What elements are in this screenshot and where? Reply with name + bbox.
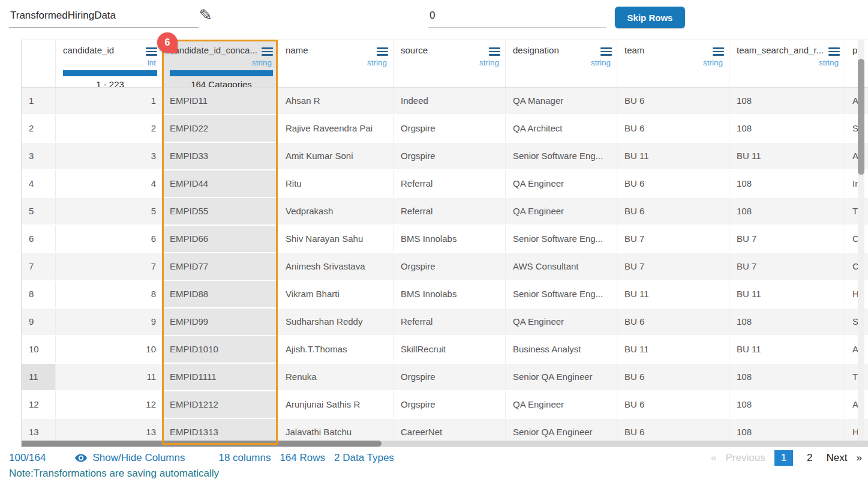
table-cell[interactable]: Orgspire — [394, 115, 506, 142]
table-cell[interactable]: EMPID1111 — [163, 364, 278, 390]
transformation-count-badge[interactable]: 6 — [157, 32, 178, 53]
table-cell[interactable]: Orgspire — [394, 143, 506, 169]
table-cell[interactable]: Indeed — [394, 88, 506, 114]
skip-rows-button[interactable]: Skip Rows — [615, 7, 685, 28]
table-cell[interactable]: A — [845, 336, 868, 363]
next-page-arrow[interactable]: » — [857, 452, 862, 464]
table-cell[interactable]: BU 6 — [617, 419, 729, 442]
table-cell[interactable]: 5 — [56, 198, 163, 224]
table-cell[interactable]: 1 — [56, 88, 163, 114]
column-menu-icon[interactable] — [489, 45, 500, 58]
table-cell[interactable]: AWS Consultant — [506, 253, 617, 280]
row-number[interactable]: 3 — [22, 143, 56, 169]
table-cell[interactable]: Senior Software Eng... — [506, 143, 617, 169]
table-cell[interactable]: Renuka — [278, 364, 394, 390]
skip-rows-input[interactable] — [428, 8, 606, 28]
table-cell[interactable]: EMPID44 — [163, 170, 278, 197]
table-cell[interactable]: QA Engineer — [506, 391, 617, 418]
table-cell[interactable]: BU 6 — [617, 170, 729, 197]
table-cell[interactable]: Shiv Narayan Sahu — [278, 226, 394, 252]
column-menu-icon[interactable] — [146, 45, 157, 58]
table-cell[interactable]: Orgspire — [394, 364, 506, 390]
table-cell[interactable]: EMPID1212 — [163, 391, 278, 418]
previous-page-button[interactable]: Previous — [725, 452, 765, 464]
table-cell[interactable]: 108 — [729, 419, 845, 442]
table-cell[interactable]: Rajive Raveendra Pai — [278, 115, 394, 142]
table-cell[interactable]: 8 — [56, 281, 163, 307]
table-cell[interactable]: 7 — [56, 253, 163, 280]
dataset-name-input[interactable] — [9, 8, 199, 28]
table-cell[interactable]: H — [845, 281, 868, 307]
table-cell[interactable]: 4 — [56, 170, 163, 197]
table-cell[interactable]: EMPID1010 — [163, 336, 278, 363]
table-cell[interactable]: Amit Kumar Soni — [278, 143, 394, 169]
table-cell[interactable]: Ajish.T.Thomas — [278, 336, 394, 363]
row-number[interactable]: 7 — [22, 253, 56, 280]
table-cell[interactable]: BU 6 — [617, 391, 729, 418]
next-page-button[interactable]: Next — [827, 452, 848, 464]
table-cell[interactable]: 10 — [56, 336, 163, 363]
table-cell[interactable]: Orgspire — [394, 391, 506, 418]
table-cell[interactable]: QA Architect — [506, 115, 617, 142]
table-cell[interactable]: BU 6 — [617, 115, 729, 142]
row-number[interactable]: 6 — [22, 226, 56, 252]
table-cell[interactable]: BU 7 — [617, 226, 729, 252]
table-cell[interactable]: 108 — [729, 364, 845, 390]
table-cell[interactable]: BU 6 — [617, 309, 729, 335]
table-cell[interactable]: T — [845, 198, 868, 224]
horizontal-scrollbar-thumb[interactable] — [22, 441, 382, 447]
table-cell[interactable]: A — [845, 88, 868, 114]
table-cell[interactable]: S — [845, 115, 868, 142]
table-cell[interactable]: BU 6 — [617, 364, 729, 390]
vertical-scrollbar-track[interactable] — [858, 40, 864, 442]
column-menu-icon[interactable] — [828, 45, 840, 58]
table-cell[interactable]: 108 — [729, 391, 845, 418]
table-cell[interactable]: BU 7 — [729, 253, 845, 280]
table-cell[interactable]: QA Engineer — [506, 309, 617, 335]
table-cell[interactable]: Jalavathi Batchu — [278, 419, 394, 442]
row-number[interactable]: 4 — [22, 170, 56, 197]
table-cell[interactable]: BU 11 — [617, 143, 729, 169]
table-cell[interactable]: EMPID1313 — [163, 419, 278, 442]
table-cell[interactable]: Referral — [394, 198, 506, 224]
table-cell[interactable]: BU 11 — [729, 281, 845, 307]
previous-page-arrow[interactable]: « — [711, 452, 716, 464]
table-cell[interactable]: H — [845, 419, 868, 442]
table-cell[interactable]: 13 — [56, 419, 163, 442]
row-number[interactable]: 10 — [22, 336, 56, 363]
table-cell[interactable]: QA Engineer — [506, 198, 617, 224]
table-cell[interactable]: EMPID99 — [163, 309, 278, 335]
table-cell[interactable]: EMPID88 — [163, 281, 278, 307]
table-cell[interactable]: 6 — [56, 226, 163, 252]
table-cell[interactable]: BU 7 — [617, 253, 729, 280]
table-cell[interactable]: In — [845, 170, 868, 197]
table-cell[interactable]: 108 — [729, 198, 845, 224]
table-cell[interactable]: Orgspire — [394, 253, 506, 280]
table-cell[interactable]: A — [845, 391, 868, 418]
row-number[interactable]: 5 — [22, 198, 56, 224]
table-cell[interactable]: S — [845, 309, 868, 335]
column-menu-icon[interactable] — [262, 45, 273, 58]
table-cell[interactable]: EMPID55 — [163, 198, 278, 224]
table-cell[interactable]: Senior QA Engineer — [506, 419, 617, 442]
table-cell[interactable]: Vikram Bharti — [278, 281, 394, 307]
table-cell[interactable]: Senior Software Eng... — [506, 226, 617, 252]
table-cell[interactable]: Referral — [394, 170, 506, 197]
table-cell[interactable]: Arunjunai Sathis R — [278, 391, 394, 418]
table-cell[interactable]: BU 6 — [617, 88, 729, 114]
table-cell[interactable]: BU 11 — [729, 336, 845, 363]
table-cell[interactable]: Business Analyst — [506, 336, 617, 363]
table-cell[interactable]: C — [845, 253, 868, 280]
table-cell[interactable]: SkillRecruit — [394, 336, 506, 363]
page-2-button[interactable]: 2 — [802, 451, 817, 465]
table-cell[interactable]: Ahsan R — [278, 88, 394, 114]
table-cell[interactable]: EMPID22 — [163, 115, 278, 142]
table-cell[interactable]: BMS Innolabs — [394, 281, 506, 307]
table-cell[interactable]: QA Manager — [506, 88, 617, 114]
column-menu-icon[interactable] — [713, 45, 724, 58]
table-cell[interactable]: Animesh Srivastava — [278, 253, 394, 280]
table-cell[interactable]: BMS Innolabs — [394, 226, 506, 252]
row-number[interactable]: 12 — [22, 391, 56, 418]
table-cell[interactable]: C — [845, 226, 868, 252]
edit-pencil-icon[interactable]: ✎ — [199, 6, 212, 25]
